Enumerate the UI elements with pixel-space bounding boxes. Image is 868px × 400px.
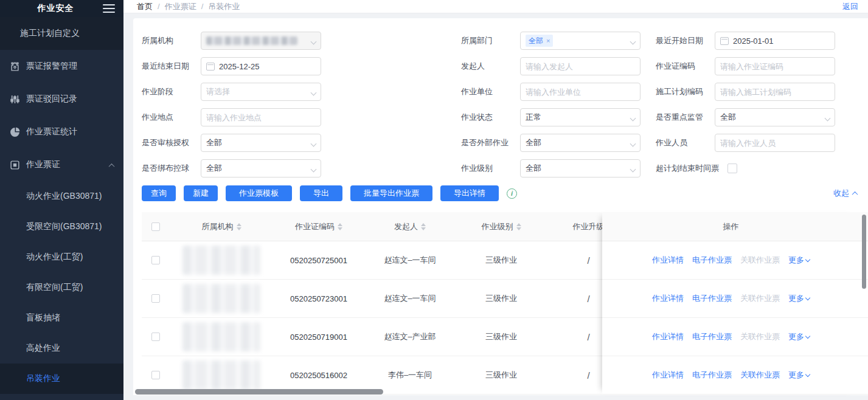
- subitem-label: 受限空间(GB30871): [26, 221, 102, 232]
- sort-icon[interactable]: [338, 223, 342, 230]
- sidebar-item-construction-plan[interactable]: 施工计划自定义: [0, 17, 123, 50]
- sidebar-item-ticket-reject-log[interactable]: 票证驳回记录: [0, 83, 123, 116]
- filter-row: 是否审核授权 全部 是否外部作业 全部 作业: [142, 130, 868, 156]
- e-ticket-link[interactable]: 电子作业票: [692, 331, 732, 342]
- chevron-down-icon: [805, 295, 810, 300]
- work-detail-link[interactable]: 作业详情: [652, 255, 684, 266]
- sidebar-item-work-tickets[interactable]: 作业票证: [0, 148, 123, 181]
- work-detail-link[interactable]: 作业详情: [652, 331, 684, 342]
- ticket-template-button[interactable]: 作业票模板: [226, 185, 292, 201]
- end-date-picker[interactable]: 2025-12-25: [201, 57, 321, 75]
- initiator-cell: 赵连文–一车间: [364, 255, 456, 266]
- e-ticket-link[interactable]: 电子作业票: [692, 370, 732, 381]
- breadcrumb-home[interactable]: 首页: [137, 1, 153, 12]
- audit-auth-select[interactable]: 全部: [201, 134, 321, 152]
- sort-icon[interactable]: [421, 223, 426, 230]
- breadcrumb-separator: /: [201, 2, 204, 11]
- row-checkbox[interactable]: [151, 256, 160, 264]
- info-circle-icon[interactable]: i: [507, 188, 517, 199]
- select-value: 正常: [526, 112, 541, 123]
- fixed-operations-column: 操作 作业详情 电子作业票 关联作业票 更多 作业详情 电子作业票 关联作业票 …: [602, 212, 859, 395]
- column-label: 作业证编码: [295, 221, 335, 232]
- export-button[interactable]: 导出: [300, 185, 342, 201]
- work-detail-link[interactable]: 作业详情: [652, 293, 684, 304]
- work-level-select[interactable]: 全部: [520, 159, 641, 178]
- e-ticket-link[interactable]: 电子作业票: [692, 255, 732, 266]
- column-header-initiator[interactable]: 发起人: [364, 221, 456, 232]
- permit-code-input[interactable]: [720, 62, 830, 71]
- chevron-down-icon: [631, 164, 635, 173]
- create-button[interactable]: 新建: [184, 185, 218, 201]
- department-multiselect[interactable]: 全部 ×: [520, 32, 641, 50]
- breadcrumb-section[interactable]: 作业票证: [165, 1, 196, 12]
- header-checkbox-cell: [142, 222, 170, 231]
- sort-icon[interactable]: [237, 223, 241, 230]
- filter-work-level: 作业级别 全部: [461, 159, 656, 178]
- related-ticket-link[interactable]: 关联作业票: [740, 370, 780, 381]
- breadcrumb-separator: /: [158, 2, 160, 11]
- chevron-down-icon: [311, 139, 316, 148]
- sidebar-item-label: 作业票证: [26, 159, 60, 170]
- level-cell: 三级作业: [456, 255, 547, 266]
- select-value: 全部: [206, 163, 222, 174]
- subitem-label: 动火作业(工贸): [26, 252, 83, 263]
- work-status-select[interactable]: 正常: [520, 108, 641, 126]
- sidebar-subitem-lifting-work[interactable]: 吊装作业: [0, 364, 123, 394]
- plan-code-input[interactable]: [720, 88, 830, 97]
- selected-tag: 全部 ×: [526, 35, 553, 47]
- query-button[interactable]: 查询: [142, 185, 176, 201]
- bind-ball-select[interactable]: 全部: [201, 159, 321, 178]
- sidebar-subitem-confined-trade[interactable]: 有限空间(工贸): [0, 272, 123, 303]
- sidebar-item-ticket-alarm[interactable]: 票证报警管理: [0, 50, 123, 83]
- export-details-button[interactable]: 导出详情: [440, 185, 499, 201]
- hamburger-menu-icon[interactable]: [103, 4, 115, 13]
- sidebar-subitem-hotwork-trade[interactable]: 动火作业(工贸): [0, 242, 123, 272]
- tag-remove-icon[interactable]: ×: [546, 37, 550, 44]
- level-cell: 三级作业: [456, 331, 547, 342]
- chevron-up-icon: [109, 160, 114, 170]
- row-checkbox[interactable]: [151, 333, 160, 341]
- work-stage-select[interactable]: 请选择: [201, 83, 321, 101]
- code-cell: 0520250725001: [273, 256, 364, 265]
- more-dropdown-link[interactable]: 更多: [788, 370, 810, 381]
- column-header-org[interactable]: 所属机构: [170, 221, 273, 232]
- sidebar-subitem-hotwork-gb[interactable]: 动火作业(GB30871): [0, 181, 123, 212]
- key-supervision-select[interactable]: 全部: [715, 108, 835, 126]
- e-ticket-link[interactable]: 电子作业票: [692, 293, 732, 304]
- sort-icon[interactable]: [516, 223, 521, 230]
- work-unit-input[interactable]: [526, 88, 635, 97]
- app-title: 作业安全: [9, 3, 103, 14]
- content: 所属机构 所属部门 全部 ×: [123, 13, 868, 400]
- filter-label: 所属部门: [461, 35, 520, 46]
- sidebar-subitem-blind-plate[interactable]: 盲板抽堵: [0, 303, 123, 333]
- vertical-scrollbar: [862, 212, 866, 391]
- more-dropdown-link[interactable]: 更多: [788, 255, 810, 266]
- collapse-filters-link[interactable]: 收起: [833, 188, 857, 199]
- overplan-checkbox[interactable]: [727, 164, 737, 173]
- vertical-scrollbar-thumb[interactable]: [862, 215, 866, 289]
- filter-work-unit: 作业单位: [461, 83, 656, 101]
- initiator-input[interactable]: [526, 62, 635, 71]
- sidebar-subitem-confined-gb[interactable]: 受限空间(GB30871): [0, 212, 123, 242]
- sidebar-subitem-height-work[interactable]: 高处作业: [0, 333, 123, 364]
- back-link[interactable]: 返回: [842, 1, 858, 12]
- batch-export-button[interactable]: 批量导出作业票: [350, 185, 432, 201]
- filter-label: 作业单位: [461, 86, 520, 97]
- org-redacted-value: [182, 360, 260, 390]
- column-header-code[interactable]: 作业证编码: [273, 221, 364, 232]
- external-work-select[interactable]: 全部: [520, 134, 641, 152]
- row-checkbox[interactable]: [151, 294, 160, 303]
- row-checkbox[interactable]: [151, 371, 160, 379]
- chevron-down-icon: [631, 139, 635, 148]
- work-location-input[interactable]: [206, 113, 316, 122]
- more-dropdown-link[interactable]: 更多: [788, 293, 810, 304]
- horizontal-scrollbar-thumb[interactable]: [135, 389, 383, 395]
- breadcrumb: 首页 / 作业票证 / 吊装作业 返回: [123, 0, 868, 13]
- start-date-picker[interactable]: 2025-01-01: [715, 32, 835, 50]
- sidebar-item-ticket-statistics[interactable]: 作业票证统计: [0, 116, 123, 148]
- column-header-level[interactable]: 作业级别: [456, 221, 547, 232]
- worker-input[interactable]: [720, 139, 830, 148]
- more-dropdown-link[interactable]: 更多: [788, 331, 810, 342]
- work-detail-link[interactable]: 作业详情: [652, 370, 684, 381]
- select-all-checkbox[interactable]: [151, 222, 160, 231]
